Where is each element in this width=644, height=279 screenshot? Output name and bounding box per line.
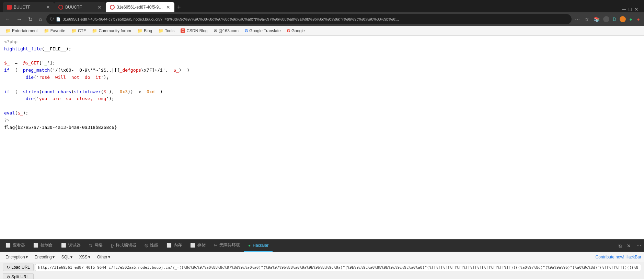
bookmark-community[interactable]: 📁 Community forum [89,28,134,34]
red-icon[interactable]: ● [636,15,641,23]
page-content: <?php highlight_file(__FILE__); $_ = @$_… [0,36,644,239]
bookmark-folder-icon: 📁 [44,28,49,33]
bookmarks-list-icon[interactable]: 📚 [593,15,601,23]
bookmark-blog-label: Blog [144,28,152,33]
devtools-tab-hackbar[interactable]: ● HackBar [244,240,273,252]
tab-2[interactable]: BUUCTF ✕ [54,2,106,12]
user-avatar[interactable] [620,16,626,22]
bookmark-folder-icon: 📁 [158,28,163,33]
back-button[interactable]: ← [3,15,12,24]
devtools-tab-bar: ⬜ 查看器 ⬜ 控制台 ⬜ 调试器 ⇅ 网络 {} 样式编辑器 ◎ 性能 [0,240,644,252]
bookmark-csdn[interactable]: C CSDN Blog [178,28,210,34]
tab-3-label: 31e69561-ed87-40f5-9644-c7fc... [117,5,164,10]
bookmark-163[interactable]: ✉ @163.com [211,28,241,34]
hackbar-dot-icon: ● [248,243,251,248]
profile-icon[interactable] [603,16,609,22]
tab-3-favicon [110,5,115,10]
tab-1-close[interactable]: ✕ [46,4,50,10]
debugger-icon: ⬜ [61,243,66,248]
tab-3-close[interactable]: ✕ [166,4,170,10]
other-arrow-icon: ▾ [108,255,110,259]
devtools-close-button[interactable]: ✕ [625,242,632,250]
bookmark-favorite[interactable]: 📁 Favorite [41,28,68,34]
xss-arrow-icon: ▾ [88,255,90,259]
inspector-icon: ⬜ [5,243,11,248]
hackbar-split-row: ⊘ Split URL [0,272,644,279]
devtools-tab-network[interactable]: ⇅ 网络 [85,240,107,252]
hackbar-url-row: ↻ Load URL [0,262,644,272]
bookmark-csdn-label: CSDN Blog [186,28,207,33]
storage-label: 存储 [197,242,206,248]
inspector-label: 查看器 [13,242,25,248]
hackbar-url-input[interactable] [35,264,641,271]
split-url-button[interactable]: ⊘ Split URL [3,273,34,279]
bookmark-star-icon[interactable]: ☆ [583,15,590,23]
addon-icon[interactable]: D [611,15,618,23]
devtools-undock-button[interactable]: ⎗ [617,242,623,250]
devtools-tab-storage[interactable]: ⬜ 存储 [186,240,210,252]
devtools-more-button[interactable]: ⋯ [635,242,643,250]
bookmark-163-icon: ✉ [214,28,217,33]
browser-window: BUUCTF ✕ BUUCTF ✕ 31e69561-ed87-40f5-964… [0,0,644,279]
bookmark-csdn-icon: C [181,28,185,33]
hackbar-encoding-label: Encoding [35,255,52,259]
hackbar-name: HackBar [625,255,641,259]
lock-icon: 📄 [56,17,61,22]
reload-button[interactable]: ↻ [26,15,35,24]
bookmark-google-translate-icon: G [245,28,248,33]
close-button[interactable]: ✕ [634,7,639,12]
home-button[interactable]: ⌂ [37,15,44,24]
hackbar-encoding-menu[interactable]: Encoding ▾ [32,254,57,260]
load-url-label: Load URL [11,265,30,270]
bookmark-tools[interactable]: 📁 Tools [156,28,177,34]
style-label: 样式编辑器 [116,242,136,248]
devtools-tab-debugger[interactable]: ⬜ 调试器 [57,240,85,252]
security-icon: 🛡 [50,17,54,22]
devtools-tab-perf[interactable]: ◎ 性能 [140,240,162,252]
devtools-tab-style[interactable]: {} 样式编辑器 [107,240,140,252]
debugger-label: 调试器 [68,242,81,248]
network-icon: ⇅ [89,243,92,248]
bookmark-google-translate[interactable]: G Google Translate [242,28,284,34]
hackbar-encryption-label: Encryption [5,255,25,259]
green-icon[interactable]: ● [628,15,633,23]
bookmark-folder-icon: 📁 [92,28,97,33]
hackbar-xss-menu[interactable]: XSS ▾ [77,254,93,260]
tab-3[interactable]: 31e69561-ed87-40f5-9644-c7fc... ✕ [106,2,174,12]
hackbar-panel: Encryption ▾ Encoding ▾ SQL ▾ XSS ▾ Othe… [0,252,644,279]
code-line-blank1 [4,53,640,60]
forward-button[interactable]: → [14,15,24,24]
extensions-icon[interactable]: ⋯ [574,15,581,23]
tab-1[interactable]: BUUCTF ✕ [3,2,54,12]
devtools-tab-memory[interactable]: ⬜ 内存 [162,240,186,252]
devtools-tab-inspector[interactable]: ⬜ 查看器 [1,240,29,252]
address-input[interactable] [63,17,568,21]
console-icon: ⬜ [33,243,38,248]
contribute-text: Contribute now! [596,255,624,259]
load-url-button[interactable]: ↻ Load URL [3,264,34,271]
tab-2-close[interactable]: ✕ [97,4,102,10]
bookmark-google-label: Google [291,28,305,33]
split-url-icon: ⊘ [7,275,10,279]
bookmark-ctf-label: CTF [78,28,86,33]
bookmark-google-icon: G [287,28,290,33]
minimize-button[interactable]: ─ [622,6,626,12]
maximize-button[interactable]: □ [629,7,632,12]
new-tab-button[interactable]: + [174,2,184,12]
bookmark-blog[interactable]: 📁 Blog [135,28,155,34]
tab-2-label: BUUCTF [65,5,95,10]
bookmark-ctf[interactable]: 📁 CTF [69,28,89,34]
hackbar-encryption-menu[interactable]: Encryption ▾ [3,254,31,260]
bookmark-google[interactable]: G Google [284,28,308,34]
devtools-tab-console[interactable]: ⬜ 控制台 [29,240,57,252]
code-line-3: $_ = @$_GET['_']; [4,60,640,67]
bookmarks-bar: 📁 Entertainment 📁 Favorite 📁 CTF 📁 Commu… [0,26,644,36]
bookmark-entertainment[interactable]: 📁 Entertainment [3,28,41,34]
devtools-tab-accessibility[interactable]: ✂ 无障碍环境 [210,240,244,252]
hackbar-sql-menu[interactable]: SQL ▾ [59,254,75,260]
hackbar-other-menu[interactable]: Other ▾ [94,254,113,260]
code-line-blank3 [4,102,640,110]
contribute-link[interactable]: Contribute now! HackBar [596,255,641,259]
devtools-right-controls: ⎗ ✕ ⋯ [617,242,643,250]
hackbar-menu: Encryption ▾ Encoding ▾ SQL ▾ XSS ▾ Othe… [0,252,644,262]
